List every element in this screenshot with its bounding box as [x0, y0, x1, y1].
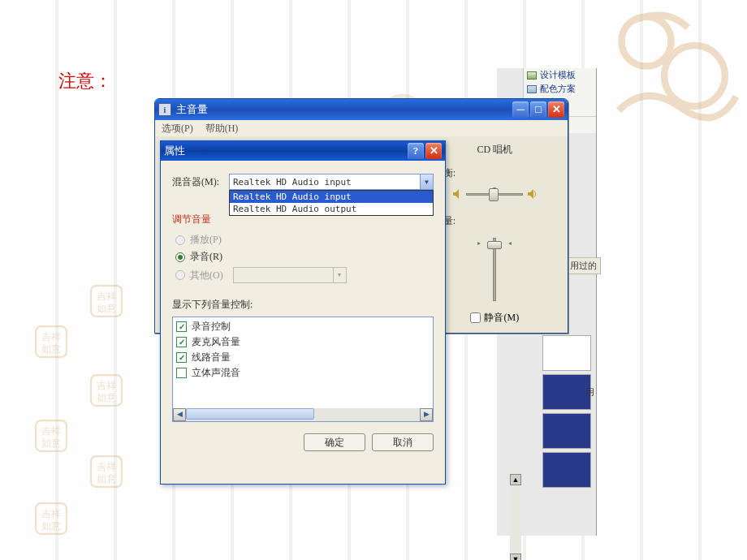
used-badge: 用过的 [566, 257, 601, 274]
svg-text:吉祥: 吉祥 [97, 462, 116, 472]
ok-button[interactable]: 确定 [304, 433, 365, 451]
decorative-stamp: 吉祥如意 [89, 373, 123, 407]
dialog-title: 属性 [164, 144, 185, 158]
channel-title: CD 唱机 [434, 143, 556, 157]
mixer-label: 混音器(M): [172, 175, 229, 189]
decorative-stamp-corner [601, 0, 747, 138]
slide-thumbnail[interactable] [542, 374, 591, 410]
svg-text:如意: 如意 [97, 474, 116, 484]
radio-icon [175, 235, 185, 245]
list-item-label: 录音控制 [192, 320, 231, 334]
balance-slider[interactable]: ▾ [466, 187, 523, 201]
list-item[interactable]: 立体声混音 [175, 365, 431, 381]
decorative-stamp: 吉祥如意 [34, 419, 68, 453]
decorative-stamp: 吉祥如意 [89, 284, 123, 318]
sidebar-item-label: 设计模板 [540, 69, 576, 81]
mute-label: 静音(M) [484, 311, 519, 325]
list-item[interactable]: 线路音量 [175, 350, 431, 365]
mixer-option[interactable]: Realtek HD Audio input [230, 191, 433, 203]
svg-text:如意: 如意 [97, 393, 116, 403]
horizontal-scrollbar[interactable]: ◀ ▶ [173, 408, 433, 421]
decorative-stamp: 吉祥如意 [34, 502, 68, 536]
speaker-right-icon [526, 188, 538, 200]
radio-icon [175, 252, 185, 262]
master-volume-titlebar[interactable]: i 主音量 ─ □ ✕ [155, 99, 568, 120]
help-button[interactable]: ? [408, 143, 424, 159]
svg-text:如意: 如意 [41, 521, 61, 531]
properties-dialog: 属性 ? ✕ 混音器(M): Realtek HD Audio input ▼ … [160, 140, 446, 485]
window-title: 主音量 [176, 102, 208, 117]
list-item[interactable]: 麦克风音量 [175, 334, 431, 350]
svg-text:吉祥: 吉祥 [41, 332, 61, 342]
slide-thumbnail[interactable] [542, 335, 591, 371]
svg-text:吉祥: 吉祥 [97, 381, 116, 390]
volume-controls-listbox[interactable]: 录音控制 麦克风音量 线路音量 立体声混音 ◀ ▶ [172, 317, 434, 422]
menu-options[interactable]: 选项(P) [162, 123, 193, 134]
sidebar-item-color-schemes[interactable]: 配色方案 [524, 82, 596, 96]
decorative-stamp: 吉祥如意 [89, 454, 123, 489]
apply-label[interactable]: 用 [585, 386, 594, 398]
decorative-stamp: 吉祥如意 [34, 325, 68, 359]
minimize-button[interactable]: ─ [512, 101, 529, 118]
menu-help[interactable]: 帮助(H) [205, 123, 239, 134]
vertical-scrollbar[interactable]: ▲ ▼ ≡ ≡ [510, 474, 521, 560]
checkbox-icon[interactable] [176, 321, 187, 332]
other-select: ▾ [233, 267, 347, 283]
list-item-label: 立体声混音 [192, 366, 240, 380]
mute-checkbox[interactable] [470, 312, 481, 323]
scroll-up-arrow-icon[interactable]: ▲ [510, 474, 521, 485]
svg-text:吉祥: 吉祥 [97, 291, 116, 301]
radio-label: 录音(R) [190, 250, 222, 264]
volume-channel-cd: CD 唱机 平衡: ▾ 音量: ▸ ◂ 静音(M) [428, 141, 561, 326]
radio-label: 其他(O) [190, 269, 223, 282]
checkbox-icon[interactable] [176, 352, 187, 363]
show-controls-label: 显示下列音量控制: [172, 298, 434, 312]
radio-record[interactable]: 录音(R) [175, 250, 434, 264]
slide-thumbnails [542, 332, 594, 491]
list-item-label: 线路音量 [192, 351, 231, 364]
svg-text:吉祥: 吉祥 [41, 509, 61, 519]
properties-titlebar[interactable]: 属性 ? ✕ [161, 141, 445, 161]
mixer-value: Realtek HD Audio input [233, 177, 352, 187]
mute-checkbox-row[interactable]: 静音(M) [470, 311, 519, 325]
scrollbar-thumb[interactable] [186, 408, 314, 420]
svg-point-1 [664, 45, 725, 106]
volume-slider[interactable]: ▸ ◂ [482, 238, 507, 301]
slide-thumbnail[interactable] [542, 452, 591, 488]
svg-text:如意: 如意 [41, 438, 61, 448]
radio-playback: 播放(P) [175, 233, 434, 247]
maximize-button[interactable]: □ [530, 101, 546, 118]
cancel-button[interactable]: 取消 [372, 433, 434, 451]
radio-icon [175, 270, 185, 280]
dropdown-arrow-icon: ▾ [333, 268, 346, 282]
svg-text:如意: 如意 [97, 304, 116, 313]
svg-point-0 [621, 16, 671, 66]
svg-text:吉祥: 吉祥 [41, 426, 61, 436]
mixer-dropdown-list: Realtek HD Audio input Realtek HD Audio … [229, 190, 434, 216]
sidebar-item-design-templates[interactable]: 设计模板 [524, 68, 596, 82]
dropdown-arrow-icon[interactable]: ▼ [420, 174, 433, 189]
doc-icon [527, 71, 537, 80]
scroll-down-arrow-icon[interactable]: ▼ [510, 554, 521, 560]
volume-app-icon: i [158, 103, 171, 116]
close-button[interactable]: ✕ [548, 101, 564, 118]
close-button[interactable]: ✕ [425, 143, 442, 159]
mixer-combobox[interactable]: Realtek HD Audio input ▼ Realtek HD Audi… [229, 174, 434, 190]
radio-label: 播放(P) [190, 233, 222, 247]
scroll-right-arrow-icon[interactable]: ▶ [420, 408, 433, 421]
list-item-label: 麦克风音量 [192, 335, 240, 349]
speaker-left-icon [451, 188, 463, 200]
radio-other: 其他(O) ▾ [175, 267, 434, 283]
scroll-left-arrow-icon[interactable]: ◀ [173, 408, 186, 421]
checkbox-icon[interactable] [176, 337, 187, 347]
palette-icon [527, 85, 537, 93]
list-item[interactable]: 录音控制 [175, 319, 431, 334]
mixer-option[interactable]: Realtek HD Audio output [230, 203, 433, 215]
menubar: 选项(P) 帮助(H) [155, 120, 568, 136]
note-label: 注意： [58, 69, 112, 93]
checkbox-icon[interactable] [176, 368, 187, 378]
svg-text:如意: 如意 [41, 344, 61, 354]
slide-thumbnail[interactable] [542, 413, 591, 449]
sidebar-item-label: 配色方案 [540, 83, 576, 95]
